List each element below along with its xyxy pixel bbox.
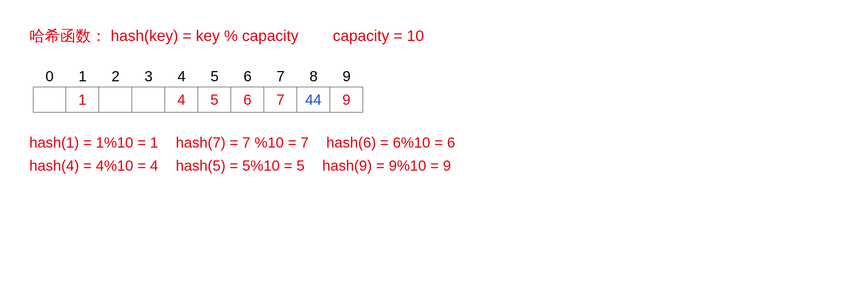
index-label: 2 [99, 68, 132, 87]
cell: 44 [297, 87, 330, 112]
capacity-text: capacity = 10 [333, 27, 424, 44]
cell: 9 [330, 87, 363, 112]
index-label: 8 [297, 68, 330, 87]
calc: hash(7) = 7 %10 = 7 [176, 134, 308, 151]
index-label: 0 [33, 68, 66, 87]
cell [132, 87, 165, 112]
cell: 7 [264, 87, 297, 112]
hash-function-header: 哈希函数： hash(key) = key % capacity capacit… [29, 26, 839, 46]
calc-row: hash(4) = 4%10 = 4 hash(5) = 5%10 = 5 ha… [29, 158, 839, 174]
cell: 4 [165, 87, 198, 112]
cell-row: 1 4 5 6 7 44 9 [33, 87, 839, 112]
hash-calculations: hash(1) = 1%10 = 1 hash(7) = 7 %10 = 7 h… [29, 134, 839, 174]
index-row: 0 1 2 3 4 5 6 7 8 9 [33, 68, 839, 87]
index-label: 9 [330, 68, 363, 87]
calc-row: hash(1) = 1%10 = 1 hash(7) = 7 %10 = 7 h… [29, 134, 839, 151]
index-label: 6 [231, 68, 264, 87]
calc: hash(4) = 4%10 = 4 [29, 158, 158, 174]
index-label: 5 [198, 68, 231, 87]
cell: 6 [231, 87, 264, 112]
calc: hash(1) = 1%10 = 1 [29, 134, 158, 151]
hash-formula: hash(key) = key % capacity [111, 27, 299, 44]
index-label: 7 [264, 68, 297, 87]
hash-table: 0 1 2 3 4 5 6 7 8 9 1 4 5 6 7 44 9 [33, 68, 839, 112]
cell [33, 87, 66, 112]
cell: 5 [198, 87, 231, 112]
calc: hash(9) = 9%10 = 9 [322, 158, 451, 174]
index-label: 4 [165, 68, 198, 87]
hash-label: 哈希函数： [29, 27, 106, 44]
cell [99, 87, 132, 112]
index-label: 1 [66, 68, 99, 87]
calc: hash(6) = 6%10 = 6 [326, 134, 455, 151]
index-label: 3 [132, 68, 165, 87]
cell: 1 [66, 87, 99, 112]
calc: hash(5) = 5%10 = 5 [176, 158, 304, 174]
